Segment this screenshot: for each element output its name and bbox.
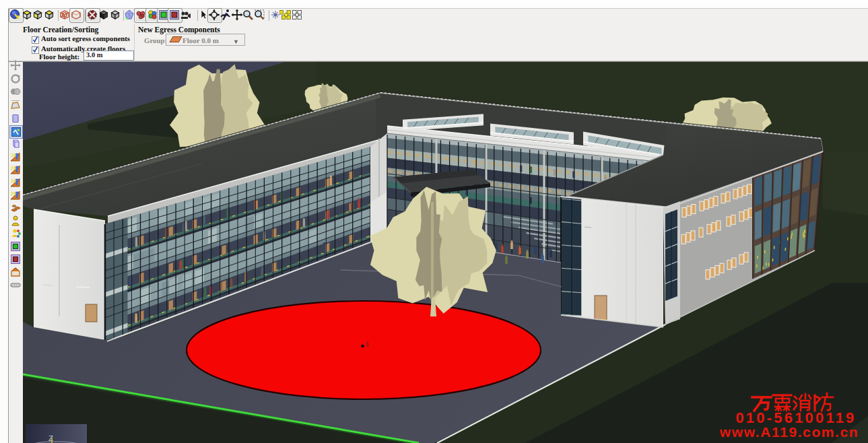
- svg-text:10: 10: [11, 178, 16, 183]
- svg-text:1: 1: [366, 341, 369, 347]
- svg-text:10: 10: [11, 153, 16, 158]
- svg-text:20: 20: [11, 191, 16, 196]
- svg-text:www.A119.com.cn: www.A119.com.cn: [719, 424, 859, 440]
- svg-text:Z: Z: [48, 434, 53, 442]
- svg-text:20: 20: [11, 166, 16, 170]
